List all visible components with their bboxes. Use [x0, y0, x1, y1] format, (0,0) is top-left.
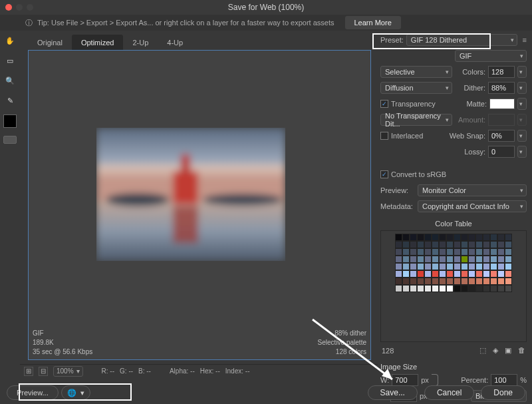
- color-swatch[interactable]: [402, 234, 410, 241]
- color-swatch[interactable]: [395, 248, 402, 256]
- color-swatch[interactable]: [497, 256, 505, 263]
- cancel-button[interactable]: Cancel: [424, 385, 474, 400]
- color-swatch[interactable]: [454, 234, 461, 241]
- color-swatch[interactable]: [417, 278, 424, 285]
- color-swatch[interactable]: [461, 234, 468, 241]
- color-swatch[interactable]: [468, 270, 475, 278]
- color-swatch[interactable]: [490, 270, 497, 278]
- color-swatch[interactable]: [424, 248, 432, 256]
- matte-swatch[interactable]: [489, 99, 515, 109]
- color-swatch[interactable]: [395, 270, 402, 278]
- tab-original[interactable]: Original: [28, 35, 72, 51]
- color-swatch[interactable]: [505, 256, 512, 263]
- color-swatch[interactable]: [461, 241, 468, 248]
- matte-stepper[interactable]: ▾: [517, 98, 527, 110]
- color-swatch[interactable]: [439, 270, 446, 278]
- color-swatch[interactable]: [490, 263, 497, 270]
- color-swatch[interactable]: [432, 241, 439, 248]
- preset-select[interactable]: GIF 128 Dithered▾: [406, 34, 517, 46]
- color-swatch[interactable]: [424, 270, 432, 278]
- color-swatch[interactable]: [402, 278, 410, 285]
- color-swatch[interactable]: [505, 278, 512, 285]
- transparency-checkbox[interactable]: [380, 100, 388, 108]
- color-swatch[interactable]: [475, 234, 483, 241]
- color-swatch[interactable]: [446, 248, 454, 256]
- color-swatch[interactable]: [410, 234, 417, 241]
- eyedropper-color-swatch[interactable]: [3, 114, 17, 128]
- color-swatch[interactable]: [402, 241, 410, 248]
- color-swatch[interactable]: [410, 278, 417, 285]
- color-swatch[interactable]: [424, 278, 432, 285]
- color-swatch[interactable]: [424, 234, 432, 241]
- color-swatch[interactable]: [497, 263, 505, 270]
- delete-slice-icon[interactable]: ⊟: [39, 367, 48, 376]
- color-swatch[interactable]: [446, 278, 454, 285]
- lossy-input[interactable]: 0: [488, 146, 515, 158]
- color-swatch[interactable]: [417, 256, 424, 263]
- color-swatch[interactable]: [497, 241, 505, 248]
- new-slice-icon[interactable]: ⊞: [24, 367, 33, 376]
- color-swatch[interactable]: [417, 234, 424, 241]
- color-swatch[interactable]: [505, 248, 512, 256]
- ct-trash-icon[interactable]: 🗑: [518, 346, 525, 355]
- color-swatch[interactable]: [432, 248, 439, 256]
- websnap-stepper[interactable]: ▾: [517, 130, 527, 142]
- color-swatch[interactable]: [439, 263, 446, 270]
- color-swatch[interactable]: [490, 241, 497, 248]
- color-swatch[interactable]: [461, 263, 468, 270]
- color-swatch[interactable]: [402, 256, 410, 263]
- color-swatch[interactable]: [505, 234, 512, 241]
- color-swatch[interactable]: [483, 234, 490, 241]
- color-swatch[interactable]: [402, 248, 410, 256]
- tab-optimized[interactable]: Optimized: [72, 35, 124, 51]
- metadata-select[interactable]: Copyright and Contact Info▾: [418, 200, 527, 212]
- close-window-icon[interactable]: [5, 4, 12, 11]
- ct-shift-icon[interactable]: ◈: [493, 346, 498, 355]
- slice-visibility-toggle[interactable]: [3, 136, 17, 144]
- color-swatch[interactable]: [395, 263, 402, 270]
- color-swatch[interactable]: [439, 278, 446, 285]
- interlaced-checkbox[interactable]: [380, 132, 388, 140]
- preview-canvas[interactable]: GIF 189.8K 35 sec @ 56.6 Kbps 88% dither…: [28, 50, 371, 360]
- color-swatch[interactable]: [439, 285, 446, 292]
- color-swatch[interactable]: [497, 270, 505, 278]
- color-swatch[interactable]: [439, 241, 446, 248]
- zoom-select[interactable]: 100%▾: [53, 366, 83, 377]
- save-button[interactable]: Save...: [368, 385, 418, 400]
- color-swatch[interactable]: [424, 263, 432, 270]
- color-swatch[interactable]: [432, 263, 439, 270]
- color-swatch[interactable]: [483, 285, 490, 292]
- flyout-menu-icon[interactable]: ≡: [523, 36, 527, 44]
- color-swatch[interactable]: [461, 278, 468, 285]
- color-swatch[interactable]: [490, 256, 497, 263]
- eyedropper-tool-icon[interactable]: ✎: [3, 93, 17, 108]
- color-swatch[interactable]: [417, 248, 424, 256]
- color-swatch[interactable]: [505, 270, 512, 278]
- ct-lock-icon[interactable]: ⬚: [479, 346, 486, 355]
- color-swatch[interactable]: [490, 278, 497, 285]
- color-swatch[interactable]: [461, 270, 468, 278]
- color-swatch[interactable]: [475, 256, 483, 263]
- color-reduction-select[interactable]: Selective▾: [380, 66, 452, 78]
- color-swatch[interactable]: [468, 278, 475, 285]
- preview-profile-select[interactable]: Monitor Color▾: [418, 184, 527, 196]
- color-swatch[interactable]: [432, 270, 439, 278]
- color-swatch[interactable]: [490, 234, 497, 241]
- color-swatch[interactable]: [432, 234, 439, 241]
- slice-select-tool-icon[interactable]: ▭: [3, 53, 17, 68]
- color-swatch[interactable]: [454, 263, 461, 270]
- color-swatch[interactable]: [402, 270, 410, 278]
- color-swatch[interactable]: [446, 241, 454, 248]
- color-swatch[interactable]: [505, 285, 512, 292]
- color-swatch[interactable]: [454, 241, 461, 248]
- color-swatch[interactable]: [454, 285, 461, 292]
- color-swatch[interactable]: [475, 270, 483, 278]
- color-swatch[interactable]: [424, 241, 432, 248]
- color-swatch[interactable]: [395, 241, 402, 248]
- color-swatch[interactable]: [402, 263, 410, 270]
- colors-input[interactable]: 128: [488, 66, 515, 78]
- color-swatch[interactable]: [483, 270, 490, 278]
- color-swatch[interactable]: [475, 248, 483, 256]
- color-swatch[interactable]: [410, 270, 417, 278]
- transparency-dither-select[interactable]: No Transparency Dit...▾: [380, 114, 452, 126]
